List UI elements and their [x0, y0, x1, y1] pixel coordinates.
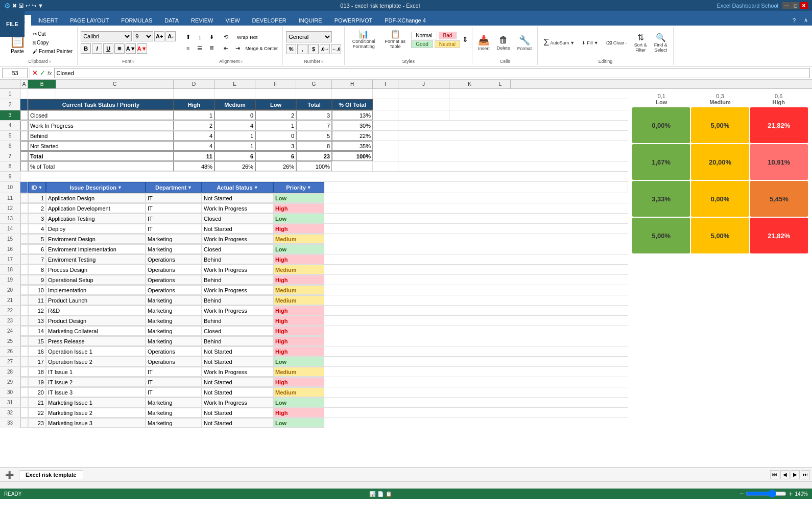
cell-d3[interactable]: 1: [174, 110, 214, 120]
cell-e7[interactable]: 6: [214, 151, 255, 161]
cell-h7[interactable]: 100%: [332, 151, 373, 161]
tab-formulas[interactable]: FORMULAS: [115, 15, 158, 26]
cell-dept-16[interactable]: Operations: [146, 346, 202, 356]
text-direction-button[interactable]: ⟲: [220, 32, 231, 42]
cell-dept-11[interactable]: Marketing: [146, 295, 202, 305]
sheet-next[interactable]: ▶: [791, 470, 800, 479]
cell-h2[interactable]: % Of Total: [332, 99, 373, 110]
cell-pri10[interactable]: Priority▼: [273, 182, 324, 193]
cell-f8[interactable]: 26%: [255, 161, 296, 171]
cell-a-8[interactable]: [20, 265, 28, 274]
cell-status-8[interactable]: Work In Progress: [202, 265, 273, 274]
italic-button[interactable]: I: [92, 43, 102, 54]
cell-i4[interactable]: [373, 121, 398, 130]
cell-a-23[interactable]: [20, 418, 28, 428]
cell-status10[interactable]: Actual Status▼: [202, 182, 273, 193]
cell-status-21[interactable]: Work In Progress: [202, 398, 273, 407]
cell-priority-4[interactable]: High: [273, 224, 324, 234]
cell-id-2[interactable]: 2: [28, 203, 46, 213]
cell-desc-11[interactable]: Product Launch: [46, 295, 146, 305]
autosum-button[interactable]: Σ AutoSum ▼: [541, 36, 577, 50]
cell-dept-6[interactable]: Marketing: [146, 244, 202, 254]
cell-a-1[interactable]: [20, 193, 28, 203]
cell-bc4[interactable]: Work In Progress: [28, 121, 174, 130]
cell-dept-10[interactable]: Operations: [146, 285, 202, 295]
cell-desc-4[interactable]: Deploy: [46, 224, 146, 234]
cell-d7[interactable]: 11: [174, 151, 214, 161]
indent-more-button[interactable]: ⇥: [232, 43, 243, 54]
col-header-f[interactable]: F: [255, 80, 296, 88]
cell-h6[interactable]: 35%: [332, 141, 373, 151]
cell-f6[interactable]: 3: [255, 141, 296, 151]
cell-desc-18[interactable]: IT Issue 1: [46, 367, 146, 377]
wrap-text-button[interactable]: Wrap Text: [232, 32, 262, 42]
cell-g7[interactable]: 23: [296, 151, 332, 161]
cell-dept-23[interactable]: Marketing: [146, 418, 202, 428]
cell-a7[interactable]: [20, 151, 28, 161]
delete-button[interactable]: 🗑 Delete: [494, 33, 513, 52]
cancel-formula-icon[interactable]: ✕: [32, 69, 38, 77]
find-select-button[interactable]: 🔍 Find & Select: [652, 31, 670, 54]
cell-status-12[interactable]: Work In Progress: [202, 306, 273, 315]
cell-bc2[interactable]: Current Task Status / Priority: [28, 99, 174, 110]
cell-a-20[interactable]: [20, 387, 28, 397]
cell-priority-9[interactable]: High: [273, 275, 324, 285]
number-expand[interactable]: ▿: [321, 59, 323, 64]
cell-j3[interactable]: [398, 110, 449, 120]
tab-powerpivot[interactable]: POWERPIVOT: [328, 15, 379, 26]
increase-font-button[interactable]: A+: [154, 31, 164, 41]
cell-dept-18[interactable]: IT: [146, 367, 202, 377]
cell-desc-5[interactable]: Enviroment Design: [46, 234, 146, 244]
cell-a8[interactable]: [20, 161, 28, 171]
style-good[interactable]: Good: [411, 40, 433, 48]
cell-dept-7[interactable]: Operations: [146, 254, 202, 264]
cell-priority-23[interactable]: Low: [273, 418, 324, 428]
help-icon[interactable]: ?: [789, 15, 800, 26]
cell-a-5[interactable]: [20, 234, 28, 244]
cell-e2[interactable]: Medium: [214, 99, 255, 110]
cell-status-17[interactable]: Not Started: [202, 357, 273, 366]
cell-f2[interactable]: Low: [255, 99, 296, 110]
cell-status-15[interactable]: Behind: [202, 336, 273, 346]
percent-button[interactable]: %: [286, 44, 296, 54]
cell-a5[interactable]: [20, 131, 28, 141]
cell-c1[interactable]: [56, 89, 174, 99]
cell-priority-21[interactable]: Low: [273, 398, 324, 407]
cell-status-11[interactable]: Behind: [202, 295, 273, 305]
cell-j2[interactable]: [398, 99, 449, 110]
cell-g5[interactable]: 5: [296, 131, 332, 141]
cell-id10[interactable]: ID▼: [28, 182, 46, 193]
cell-f4[interactable]: 1: [255, 121, 296, 130]
cell-id-11[interactable]: 11: [28, 295, 46, 305]
cell-desc-13[interactable]: Product Design: [46, 316, 146, 326]
cell-desc-14[interactable]: Marketing Collateral: [46, 326, 146, 336]
cell-status-3[interactable]: Closed: [202, 214, 273, 223]
cut-button[interactable]: ✂ Cut: [31, 30, 74, 38]
cell-desc10[interactable]: Issue Description▼: [46, 182, 146, 193]
window-controls[interactable]: — ◻ ✖: [782, 2, 808, 9]
cell-d1[interactable]: [174, 89, 214, 99]
col-header-b[interactable]: B: [28, 80, 56, 88]
cell-g2[interactable]: Total: [296, 99, 332, 110]
cell-priority-19[interactable]: High: [273, 377, 324, 387]
cell-e5[interactable]: 1: [214, 131, 255, 141]
cell-rest10[interactable]: [324, 182, 628, 193]
filter-icon-desc[interactable]: ▼: [117, 185, 122, 190]
style-neutral[interactable]: Neutral: [435, 40, 460, 48]
cell-i7[interactable]: [373, 151, 398, 161]
cell-id-20[interactable]: 20: [28, 387, 46, 397]
cell-dept-3[interactable]: IT: [146, 214, 202, 223]
style-bad[interactable]: Bad: [439, 32, 457, 39]
cell-g4[interactable]: 7: [296, 121, 332, 130]
cell-a-3[interactable]: [20, 214, 28, 223]
cell-status-14[interactable]: Closed: [202, 326, 273, 336]
cell-priority-2[interactable]: High: [273, 203, 324, 213]
minimize-button[interactable]: —: [782, 2, 791, 9]
cell-a-2[interactable]: [20, 203, 28, 213]
cell-id-9[interactable]: 9: [28, 275, 46, 285]
cell-priority-10[interactable]: Medium: [273, 285, 324, 295]
cell-bc6[interactable]: Not Started: [28, 141, 174, 151]
tab-developer[interactable]: DEVELOPER: [246, 15, 293, 26]
fill-dropdown[interactable]: ▼: [594, 40, 599, 45]
cell-e6[interactable]: 1: [214, 141, 255, 151]
